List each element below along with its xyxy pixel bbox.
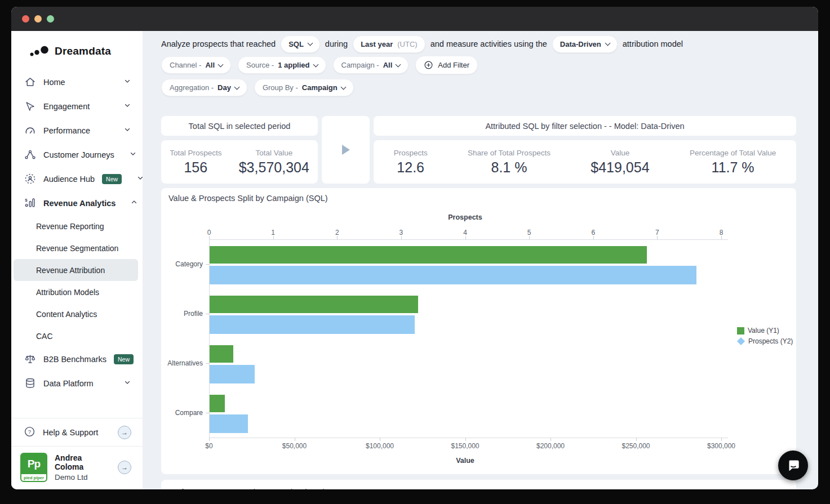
model-select[interactable]: Data-Driven	[552, 35, 618, 53]
filter-row-2: Aggregation -DayGroup By -Campaign	[161, 79, 818, 96]
period-select[interactable]: Last year (UTC)	[353, 35, 425, 53]
top-axis-tick	[401, 236, 402, 239]
chevron-down-icon	[218, 61, 224, 67]
value-prospects-chart-card: Value & Prospects Split by Campaign (SQL…	[161, 188, 796, 474]
sidebar-item-label: Audience Hub	[43, 175, 95, 184]
sidebar-item-help-support[interactable]: ? Help & Support →	[11, 418, 143, 446]
top-axis-title: Prospects	[448, 213, 482, 221]
filter-chip-source[interactable]: Source -1 applied	[238, 56, 326, 74]
bottom-axis-tick-label: $100,000	[366, 442, 394, 450]
sidebar-item-revenue-analytics[interactable]: $Revenue Analytics	[11, 191, 143, 215]
sidebar-item-label: Data Platform	[43, 379, 94, 388]
sentence-part3: and measure activities using the	[430, 39, 547, 48]
expand-attribution-button[interactable]	[322, 116, 370, 184]
model-value: Data-Driven	[560, 40, 601, 48]
sentence-part2: during	[325, 39, 348, 48]
period-timezone: (UTC)	[397, 40, 417, 48]
user-name: Andrea Coloma	[55, 453, 110, 471]
new-badge: New	[102, 174, 122, 184]
chevron-down-icon	[313, 61, 318, 67]
sidebar-item-revenue-reporting[interactable]: Revenue Reporting	[14, 215, 138, 237]
metric-total-value: Total Value$3,570,304	[239, 149, 309, 176]
filter-chip-value: All	[383, 61, 393, 69]
metric-label: Value	[591, 149, 649, 157]
filter-chip-campaign[interactable]: Campaign -All	[333, 56, 409, 74]
sidebar-item-audience-hub[interactable]: Audience HubNew	[11, 167, 143, 191]
metric-label: Total Prospects	[170, 149, 221, 157]
top-axis-tick-label: 8	[720, 229, 724, 237]
add-filter-button[interactable]: Add Filter	[415, 56, 478, 74]
chat-bubble-icon	[786, 458, 801, 473]
brand-name: Dreamdata	[55, 45, 111, 57]
chevron-down-icon	[340, 84, 346, 90]
brand-logo[interactable]: Dreamdata	[29, 45, 143, 57]
prospects-bar-alternatives	[210, 365, 255, 383]
bottom-axis-tick	[380, 438, 380, 441]
sidebar-item-customer-journeys[interactable]: Customer Journeys	[11, 142, 143, 167]
attributed-sql-header: Attributed SQL by filter selection - - M…	[374, 116, 796, 136]
plus-circle-icon	[424, 60, 433, 70]
user-account-row[interactable]: Pp pied piper Andrea Coloma Demo Ltd →	[11, 446, 143, 489]
sidebar-item-content-analytics[interactable]: Content Analytics	[14, 303, 138, 325]
legend-square-swatch	[737, 327, 744, 334]
top-axis-tick-label: 5	[527, 229, 531, 237]
bottom-axis-tick	[209, 438, 210, 441]
chat-messenger-button[interactable]	[778, 451, 808, 480]
sidebar-item-b2b-benchmarks[interactable]: B2B BenchmarksNew	[11, 347, 143, 371]
bottom-axis-tick	[721, 438, 722, 441]
sidebar-bottom: ? Help & Support → Pp pied piper Andrea …	[11, 418, 143, 489]
stats-row: Total SQL in selected period Total Prosp…	[161, 116, 796, 184]
chevron-down-icon	[605, 41, 610, 46]
sidebar-item-cac[interactable]: CAC	[14, 325, 138, 347]
sidebar-item-data-platform[interactable]: Data Platform	[11, 371, 143, 395]
account-open-arrow-icon[interactable]: →	[118, 461, 131, 474]
stage-value: SQL	[288, 40, 304, 48]
stage-select[interactable]: SQL	[281, 35, 320, 53]
sidebar-item-performance[interactable]: Performance	[11, 118, 143, 142]
app-window: Dreamdata HomeEngagementPerformanceCusto…	[11, 7, 818, 489]
audience-icon	[24, 173, 36, 185]
bottom-axis-tick	[551, 438, 551, 441]
bottom-axis-tick-label: $50,000	[282, 442, 307, 450]
sidebar-item-engagement[interactable]: Engagement	[11, 94, 143, 118]
top-axis-tick	[529, 236, 530, 239]
metric-label: Share of Total Prospects	[468, 149, 551, 157]
left-axis-tick	[206, 363, 209, 364]
add-filter-label: Add Filter	[438, 61, 469, 69]
query-sentence: Analyze prospects that reached SQL durin…	[161, 34, 818, 53]
filter-chip-aggregation[interactable]: Aggregation -Day	[161, 79, 247, 96]
close-window-button[interactable]	[22, 15, 29, 23]
main-content: Analyze prospects that reached SQL durin…	[143, 31, 818, 489]
filter-chip-value: Campaign	[302, 83, 338, 92]
help-open-arrow-icon[interactable]: →	[118, 426, 131, 439]
chevron-down-icon	[123, 126, 131, 135]
filter-chip-group-by[interactable]: Group By -Campaign	[254, 79, 354, 96]
legend-diamond-swatch	[737, 337, 745, 345]
gauge-icon	[24, 124, 36, 137]
sidebar-item-label: Performance	[43, 126, 90, 135]
new-badge: New	[114, 354, 134, 364]
filter-chip-channel[interactable]: Channel -All	[161, 56, 231, 74]
filter-row-1: Channel -AllSource -1 appliedCampaign -A…	[161, 56, 818, 74]
chevron-down-icon	[129, 150, 137, 159]
minimize-window-button[interactable]	[34, 15, 42, 23]
chevron-down-icon	[123, 101, 131, 111]
sidebar-item-revenue-attribution[interactable]: Revenue Attribution	[14, 259, 138, 281]
metric-percentage-of-total-value: Percentage of Total Value11.7 %	[690, 149, 776, 176]
metric-value: $3,570,304	[239, 159, 309, 176]
metric-label: Percentage of Total Value	[690, 149, 776, 157]
zoom-window-button[interactable]	[47, 15, 54, 23]
sidebar-item-label: Home	[43, 78, 65, 87]
sidebar-item-revenue-segmentation[interactable]: Revenue Segmentation	[14, 237, 138, 259]
sidebar-item-attribution-models[interactable]: Attribution Models	[14, 281, 138, 303]
sidebar-item-label: Engagement	[43, 102, 90, 111]
category-label-alternatives: Alternatives	[161, 359, 203, 367]
journeys-icon	[24, 149, 36, 161]
legend-label: Prospects (Y2)	[748, 337, 793, 345]
svg-text:$: $	[25, 198, 28, 203]
sidebar-item-home[interactable]: Home	[11, 70, 143, 94]
category-label-compare: Compare	[161, 409, 203, 417]
org-logo-caption: pied piper	[21, 474, 46, 481]
sidebar-item-label: Revenue Analytics	[43, 199, 116, 208]
chevron-down-icon	[123, 77, 131, 87]
